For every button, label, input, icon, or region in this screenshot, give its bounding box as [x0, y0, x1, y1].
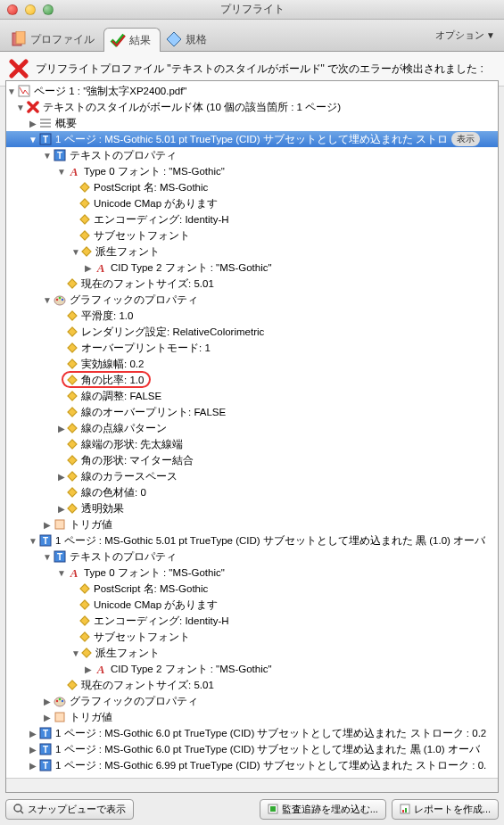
tree-row[interactable]: PostScript 名: MS-Gothic: [6, 581, 498, 597]
tree-row[interactable]: ▶線のカラースペース: [6, 468, 498, 484]
horizontal-scrollbar[interactable]: [6, 778, 498, 792]
footer: スナップビューで表示 監査追跡を埋め込む... レポートを作成...: [5, 796, 499, 821]
tree-row[interactable]: 実効線幅: 0.2: [6, 356, 498, 372]
disclosure-triangle[interactable]: ▶: [28, 118, 38, 128]
tree-row[interactable]: ▼ グラフィックのプロパティ: [6, 292, 498, 308]
tree-row[interactable]: ▶ T 1 ページ : MS-Gothic 6.0 pt TrueType (C…: [6, 741, 498, 757]
tree-row[interactable]: 線の色材値: 0: [6, 484, 498, 500]
titlebar: プリフライト: [0, 0, 504, 20]
disclosure-triangle[interactable]: ▶: [83, 262, 94, 273]
tree-row[interactable]: 現在のフォントサイズ: 5.01: [6, 276, 498, 292]
tree-row[interactable]: エンコーディング: Identity-H: [6, 613, 498, 629]
tree-row[interactable]: Unicode CMap があります: [6, 597, 498, 613]
tree-page-row[interactable]: ▼ ページ 1 : "強制太字XP2400.pdf": [6, 83, 498, 99]
show-badge[interactable]: 表示: [451, 132, 480, 146]
svg-marker-2: [167, 32, 181, 46]
tree-row[interactable]: ▼ A Type 0 フォント : "MS-Gothic": [6, 565, 498, 581]
tree-row-selected[interactable]: ▼ T 1 ページ : MS-Gothic 5.01 pt TrueType (…: [6, 131, 498, 147]
disclosure-triangle[interactable]: ▼: [28, 535, 38, 546]
disclosure-triangle[interactable]: ▼: [15, 102, 26, 112]
svg-rect-6: [40, 126, 51, 128]
snapview-button[interactable]: スナップビューで表示: [5, 799, 134, 820]
svg-point-27: [62, 700, 63, 702]
tree-row[interactable]: ▶ A CID Type 2 フォント : "MS-Gothic": [6, 661, 498, 677]
options-menu[interactable]: オプション ▼: [435, 29, 495, 42]
svg-text:T: T: [43, 135, 48, 144]
tree-row[interactable]: ▶透明効果: [6, 500, 498, 516]
tree-row[interactable]: ▶ 概要: [6, 115, 498, 131]
chevron-down-icon: ▼: [486, 30, 495, 40]
tree-row[interactable]: ▼ A Type 0 フォント : "MS-Gothic": [6, 163, 498, 179]
tree-row[interactable]: サブセットフォント: [6, 629, 498, 645]
tree-row[interactable]: 平滑度: 1.0: [6, 308, 498, 324]
tree-row[interactable]: ▼ T テキストのプロパティ: [6, 549, 498, 565]
tab-profile[interactable]: プロファイル: [5, 28, 103, 51]
svg-point-14: [56, 299, 58, 301]
font-t-icon: T: [53, 549, 67, 564]
tree-row[interactable]: ▼ 派生フォント: [6, 243, 498, 260]
disclosure-triangle[interactable]: ▶: [42, 696, 53, 706]
create-report-button[interactable]: レポートを作成...: [392, 799, 499, 820]
disclosure-triangle[interactable]: ▶: [42, 712, 53, 722]
svg-point-26: [59, 698, 61, 700]
diamond-icon: [67, 455, 77, 465]
tree-row[interactable]: ▼ T 1 ページ : MS-Gothic 5.01 pt TrueType (…: [6, 532, 498, 549]
tree-scroll[interactable]: ▼ ページ 1 : "強制太字XP2400.pdf" ▼ テキストのスタイルがボ…: [6, 81, 498, 778]
tree-row[interactable]: 線の調整: FALSE: [6, 388, 498, 404]
tree-row[interactable]: ▶ トリガ値: [6, 709, 498, 725]
disclosure-triangle[interactable]: ▼: [70, 246, 81, 257]
tree-row[interactable]: サブセットフォント: [6, 227, 498, 243]
svg-rect-4: [40, 119, 51, 120]
disclosure-triangle[interactable]: ▼: [28, 134, 38, 144]
disclosure-triangle[interactable]: ▶: [28, 744, 38, 755]
tree-row[interactable]: ▶線の点線パターン: [6, 420, 498, 436]
disclosure-triangle[interactable]: ▶: [28, 728, 38, 738]
disclosure-triangle[interactable]: ▼: [56, 567, 67, 578]
disclosure-triangle[interactable]: ▼: [42, 551, 53, 562]
diamond-icon: [79, 599, 89, 609]
tree-row[interactable]: 現在のフォントサイズ: 5.01: [6, 677, 498, 693]
tree-row[interactable]: ▶ グラフィックのプロパティ: [6, 693, 498, 709]
tree-row[interactable]: 線のオーバープリント: FALSE: [6, 404, 498, 420]
disclosure-triangle[interactable]: ▶: [28, 760, 38, 771]
diamond-icon: [79, 631, 89, 641]
font-t-icon: T: [38, 726, 53, 740]
tree-error-row[interactable]: ▼ テキストのスタイルがボールド体 (10 個の該当箇所 : 1 ページ): [6, 99, 498, 115]
tree-row[interactable]: Unicode CMap があります: [6, 195, 498, 211]
tab-results[interactable]: 結果: [103, 28, 161, 52]
tree-row[interactable]: オーバープリントモード: 1: [6, 340, 498, 356]
tree-row[interactable]: ▼ 派生フォント: [6, 645, 498, 661]
diamond-icon: [67, 326, 77, 336]
tree-row-highlighted[interactable]: 角の比率: 1.0: [6, 372, 498, 388]
disclosure-triangle[interactable]: ▼: [56, 166, 67, 177]
disclosure-triangle[interactable]: ▼: [6, 86, 17, 96]
pdf-icon: [17, 84, 31, 98]
window-title: プリフライト: [0, 2, 504, 17]
tree-row[interactable]: 線端の形状: 先太線端: [6, 436, 498, 452]
diamond-icon: [67, 310, 77, 320]
tree-row[interactable]: 角の形状: マイター結合: [6, 452, 498, 468]
disclosure-triangle[interactable]: ▼: [42, 294, 53, 305]
disclosure-triangle[interactable]: ▶: [56, 423, 67, 433]
tree-row[interactable]: ▶ T 1 ページ : MS-Gothic 6.99 pt TrueType (…: [6, 757, 498, 773]
disclosure-triangle[interactable]: ▶: [42, 519, 53, 530]
embed-icon: [268, 804, 278, 814]
disclosure-triangle[interactable]: ▼: [42, 150, 53, 161]
disclosure-triangle[interactable]: ▼: [70, 648, 81, 658]
tree-row[interactable]: ▶ トリガ値: [6, 516, 498, 532]
svg-text:T: T: [43, 745, 48, 755]
tree-row[interactable]: PostScript 名: MS-Gothic: [6, 179, 498, 195]
tree-row[interactable]: レンダリング設定: RelativeColorimetric: [6, 324, 498, 340]
disclosure-triangle[interactable]: ▶: [83, 664, 94, 674]
tree-row[interactable]: ▶ T 1 ページ : MS-Gothic 6.0 pt TrueType (C…: [6, 725, 498, 741]
embed-audit-button[interactable]: 監査追跡を埋め込む...: [260, 799, 386, 820]
tree-row[interactable]: エンコーディング: Identity-H: [6, 211, 498, 227]
tree-row[interactable]: ▶ A CID Type 2 フォント : "MS-Gothic": [6, 260, 498, 276]
disclosure-triangle[interactable]: ▶: [56, 471, 67, 482]
svg-text:T: T: [43, 761, 48, 771]
font-a-icon: A: [94, 260, 108, 275]
disclosure-triangle[interactable]: ▶: [56, 503, 67, 514]
tab-standards[interactable]: 規格: [161, 28, 216, 51]
tree-row[interactable]: ▼ T テキストのプロパティ: [6, 147, 498, 163]
svg-rect-1: [16, 31, 25, 44]
